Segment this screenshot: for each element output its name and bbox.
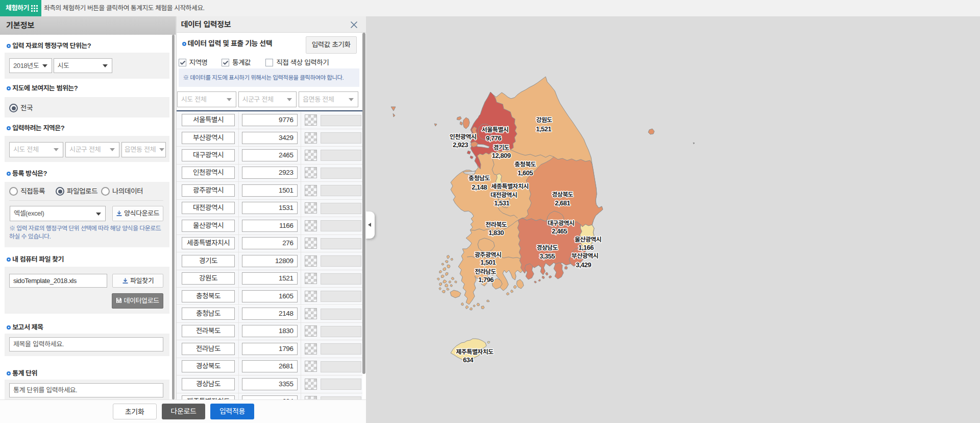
svg-text:1,501: 1,501: [480, 258, 495, 266]
svg-text:634: 634: [462, 356, 473, 364]
svg-text:충청북도: 충청북도: [514, 161, 536, 168]
svg-text:1,521: 1,521: [535, 125, 551, 133]
svg-text:1,796: 1,796: [478, 276, 493, 284]
svg-text:12,809: 12,809: [492, 152, 510, 159]
svg-text:대전광역시: 대전광역시: [490, 192, 517, 199]
svg-text:2,465: 2,465: [551, 227, 567, 235]
svg-text:9,776: 9,776: [485, 134, 501, 142]
svg-text:1,166: 1,166: [578, 244, 593, 251]
svg-text:제주특별자치도: 제주특별자치도: [456, 348, 494, 356]
svg-text:전라남도: 전라남도: [474, 268, 496, 275]
svg-text:부산광역시: 부산광역시: [571, 252, 598, 260]
svg-text:대구광역시: 대구광역시: [547, 220, 574, 227]
svg-text:광주광역시: 광주광역시: [474, 251, 501, 258]
svg-text:전라북도: 전라북도: [485, 221, 507, 228]
svg-text:2,681: 2,681: [554, 199, 570, 207]
svg-text:경기도: 경기도: [493, 144, 509, 151]
svg-text:3,355: 3,355: [539, 252, 554, 260]
svg-text:1,531: 1,531: [494, 199, 509, 207]
svg-text:충청남도: 충청남도: [468, 175, 490, 182]
svg-text:1,830: 1,830: [488, 229, 503, 237]
svg-text:세종특별자치시: 세종특별자치시: [491, 183, 529, 190]
svg-text:1,605: 1,605: [517, 169, 532, 177]
svg-text:2,923: 2,923: [452, 141, 468, 149]
svg-text:인천광역시: 인천광역시: [449, 133, 476, 140]
svg-text:울산광역시: 울산광역시: [574, 236, 601, 243]
svg-text:3,429: 3,429: [575, 261, 591, 269]
svg-text:2,148: 2,148: [471, 183, 486, 191]
svg-text:강원도: 강원도: [536, 116, 552, 124]
svg-text:경상남도: 경상남도: [536, 244, 558, 251]
svg-text:경상북도: 경상북도: [551, 191, 573, 198]
svg-text:서울특별시: 서울특별시: [481, 126, 508, 133]
